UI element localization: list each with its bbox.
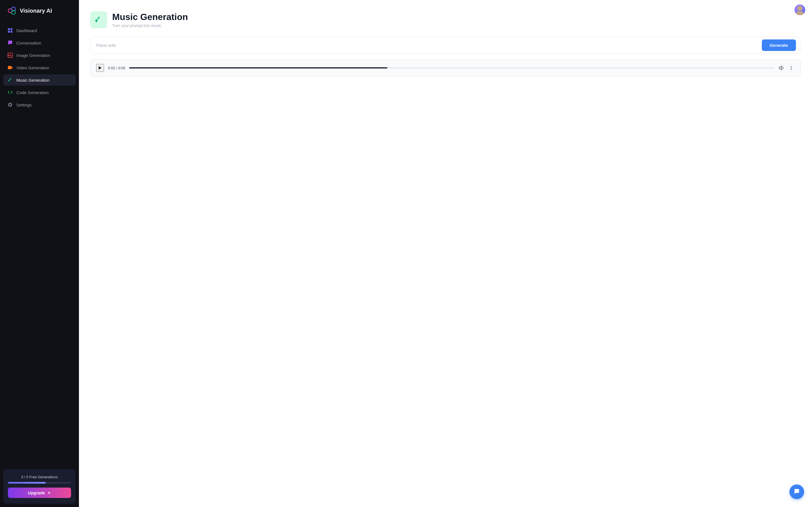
chat-fab-icon — [794, 489, 800, 495]
sidebar-footer: 3 / 5 Free Generations Upgrade — [3, 469, 75, 504]
sidebar-item-label: Image Generation — [16, 53, 50, 58]
prompt-container: Generate — [90, 37, 801, 54]
code-icon — [7, 90, 13, 95]
sidebar-item-conversation[interactable]: Conversation — [3, 37, 75, 48]
video-icon — [7, 65, 13, 70]
prompt-input[interactable] — [96, 38, 762, 53]
gear-icon — [7, 102, 13, 108]
sidebar-item-image-generation[interactable]: Image Generation — [3, 50, 75, 61]
top-bar — [788, 0, 812, 20]
play-button[interactable] — [96, 64, 104, 72]
svg-rect-3 — [8, 28, 10, 30]
sidebar-item-label: Video Generation — [16, 65, 49, 70]
more-options-button[interactable] — [788, 65, 795, 70]
svg-point-13 — [791, 68, 792, 68]
more-icon — [789, 65, 794, 70]
sidebar-item-dashboard[interactable]: Dashboard — [3, 25, 75, 36]
chat-icon — [7, 40, 13, 46]
sidebar-item-music-generation[interactable]: Music Generation — [3, 74, 75, 86]
audio-progress-played — [129, 67, 387, 68]
music-note-icon — [7, 77, 13, 83]
svg-point-8 — [9, 54, 10, 55]
content-area: Music Generation Turn your prompt into m… — [79, 0, 812, 88]
svg-point-12 — [791, 66, 792, 67]
sidebar-item-video-generation[interactable]: Video Generation — [3, 62, 75, 73]
music-page-icon — [94, 15, 103, 24]
sidebar-item-label: Conversation — [16, 41, 41, 45]
sidebar-item-label: Settings — [16, 103, 32, 107]
svg-marker-11 — [779, 66, 781, 70]
user-avatar[interactable] — [795, 4, 805, 15]
volume-icon — [778, 65, 783, 70]
page-title-group: Music Generation Turn your prompt into m… — [112, 11, 188, 28]
main-content: Music Generation Turn your prompt into m… — [79, 0, 812, 507]
sidebar-item-code-generation[interactable]: Code Generation — [3, 87, 75, 98]
svg-rect-7 — [8, 53, 12, 57]
svg-point-14 — [791, 69, 792, 70]
page-header: Music Generation Turn your prompt into m… — [90, 11, 801, 28]
svg-rect-4 — [10, 28, 12, 30]
grid-icon — [7, 27, 13, 33]
page-subtitle: Turn your prompt into music. — [112, 23, 188, 28]
chat-fab-button[interactable] — [790, 485, 804, 499]
audio-player: 0:02 / 0:05 — [90, 59, 801, 76]
logo-icon — [7, 6, 17, 16]
page-icon-wrap — [90, 11, 107, 28]
sidebar-item-label: Code Generation — [16, 90, 49, 95]
sidebar: Visionary AI Dashboard Conversation — [0, 0, 79, 507]
svg-rect-5 — [8, 31, 10, 33]
time-display: 0:02 / 0:05 — [108, 66, 125, 70]
svg-rect-6 — [10, 31, 12, 33]
upgrade-button[interactable]: Upgrade — [8, 488, 71, 498]
sidebar-item-settings[interactable]: Settings — [3, 99, 75, 110]
play-icon — [98, 66, 102, 70]
image-icon — [7, 52, 13, 58]
audio-progress-track[interactable] — [129, 67, 774, 68]
page-title: Music Generation — [112, 11, 188, 22]
sidebar-item-label: Dashboard — [16, 28, 37, 33]
bolt-icon — [47, 491, 51, 495]
free-generations-label: 3 / 5 Free Generations — [8, 475, 71, 479]
avatar-image — [795, 4, 805, 15]
volume-button[interactable] — [778, 65, 783, 70]
app-name: Visionary AI — [20, 8, 52, 14]
logo: Visionary AI — [0, 0, 79, 21]
generations-progress-fill — [8, 482, 46, 484]
sidebar-item-label: Music Generation — [16, 78, 50, 82]
svg-marker-10 — [99, 66, 101, 69]
svg-rect-9 — [8, 66, 11, 69]
generate-button[interactable]: Generate — [762, 40, 796, 51]
nav-menu: Dashboard Conversation Image Generation — [0, 25, 79, 466]
generations-progress-bar — [8, 482, 71, 484]
